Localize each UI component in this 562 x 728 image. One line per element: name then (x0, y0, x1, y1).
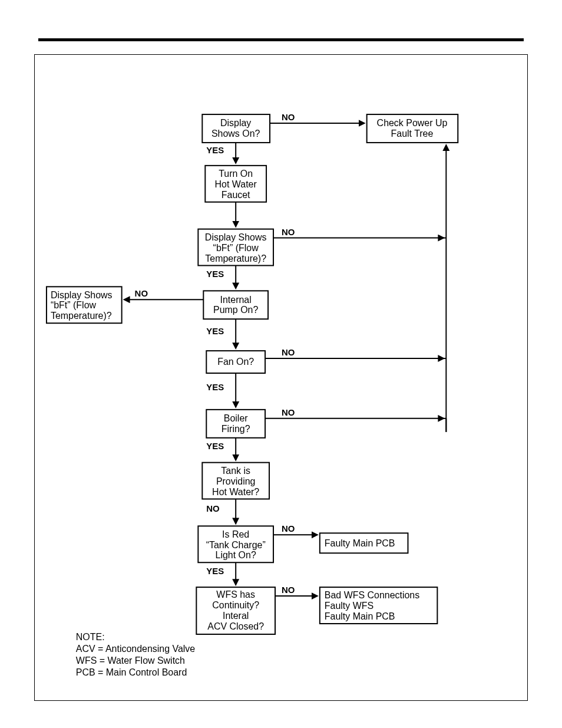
n3-l1: Turn On (219, 169, 253, 179)
n7-l1: Boiler (224, 413, 248, 423)
n5no-l1: Display Shows (51, 290, 113, 300)
node-display-bft-left: Display Shows “bFt” (Flow Temperature)? (47, 286, 122, 323)
node-faulty-pcb: Faulty Main PCB (320, 533, 408, 553)
node-fan-on: Fan On? (206, 351, 265, 373)
n10-l4: ACV Closed? (207, 621, 264, 631)
n4-l2: “bFt” (Flow (213, 243, 259, 253)
node-bad-wfs: Bad WFS Connections Faulty WFS Faulty Ma… (320, 587, 438, 624)
node-tank-charge-light: Is Red “Tank Charge” Light On? (198, 526, 273, 562)
n10-l3: Interal (223, 611, 249, 621)
lbl-yes-6: YES (206, 382, 224, 392)
lbl-no-8: NO (206, 503, 219, 513)
note-title: NOTE: (76, 632, 105, 642)
n1-l2: Shows On? (211, 129, 260, 139)
lbl-no-9: NO (282, 523, 295, 533)
n10no-l2: Faulty WFS (325, 601, 373, 611)
lbl-no-1: NO (282, 112, 295, 122)
node-display-bft: Display Shows “bFt” (Flow Temperature)? (198, 229, 273, 266)
lbl-no-6: NO (282, 347, 295, 357)
n2-l2: Fault Tree (391, 129, 434, 139)
divider-top (38, 38, 524, 41)
lbl-no-4: NO (282, 227, 295, 237)
lbl-yes-1: YES (206, 145, 224, 155)
lbl-yes-7: YES (206, 441, 224, 451)
node-internal-pump: Internal Pump On? (203, 291, 268, 319)
n5-l1: Internal (220, 295, 252, 305)
note-l1: ACV = Anticondensing Valve (76, 644, 195, 654)
lbl-yes-4: YES (206, 269, 224, 279)
n10no-l1: Bad WFS Connections (325, 590, 419, 600)
flowchart-svg: Display Shows On? Check Power Up Fault T… (35, 55, 527, 700)
n10-l1: WFS has (216, 589, 255, 599)
n9no-l1: Faulty Main PCB (325, 538, 395, 548)
n8-l1: Tank is (221, 466, 250, 476)
lbl-no-7: NO (282, 407, 295, 417)
n5no-l2: “bFt” (Flow (51, 301, 97, 311)
node-wfs-continuity: WFS has Continuity? Interal ACV Closed? (196, 587, 275, 634)
note-l3: PCB = Main Control Board (76, 667, 187, 677)
n2-l1: Check Power Up (377, 118, 448, 128)
n5-l2: Pump On? (213, 305, 258, 315)
node-boiler-firing: Boiler Firing? (206, 410, 265, 438)
n9-l1: Is Red (222, 529, 249, 539)
node-check-power-up: Check Power Up Fault Tree (367, 114, 458, 143)
n9-l3: Light On? (216, 550, 256, 560)
n8-l3: Hot Water? (212, 487, 259, 497)
n8-l2: Providing (216, 476, 256, 486)
n7-l2: Firing? (222, 424, 250, 434)
lbl-yes-9: YES (206, 566, 224, 576)
lbl-no-10: NO (282, 585, 295, 595)
flowchart-frame: Display Shows On? Check Power Up Fault T… (34, 54, 528, 701)
n1-l1: Display (220, 118, 251, 128)
n3-l3: Faucet (222, 190, 250, 200)
n4-l3: Temperature)? (205, 253, 266, 263)
note-l2: WFS = Water Flow Switch (76, 655, 185, 666)
lbl-no-5: NO (135, 288, 148, 298)
node-turn-on-faucet: Turn On Hot Water Faucet (205, 166, 266, 202)
n5no-l3: Temperature)? (51, 311, 112, 321)
n9-l2: “Tank Charge” (206, 540, 266, 550)
n3-l2: Hot Water (215, 179, 257, 189)
n10no-l3: Faulty Main PCB (325, 611, 395, 621)
lbl-yes-5: YES (206, 326, 224, 336)
n10-l2: Continuity? (212, 600, 259, 610)
node-display-shows-on: Display Shows On? (202, 114, 270, 143)
n6-l1: Fan On? (217, 357, 254, 367)
n4-l1: Display Shows (205, 232, 267, 242)
page: Display Shows On? Check Power Up Fault T… (0, 0, 562, 728)
node-tank-hot-water: Tank is Providing Hot Water? (202, 463, 269, 499)
